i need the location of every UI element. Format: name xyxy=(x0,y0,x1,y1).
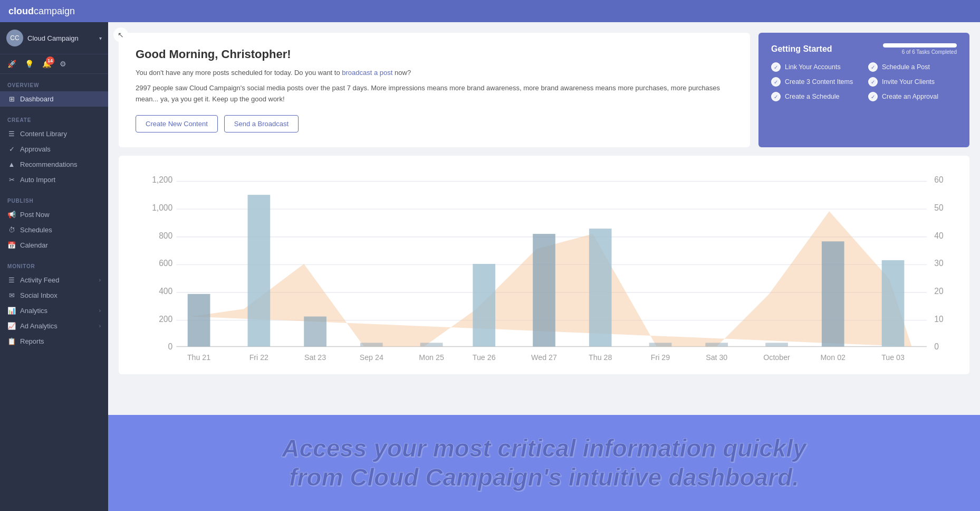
gs-task-label: Create a Schedule xyxy=(785,93,840,100)
svg-rect-33 xyxy=(882,260,905,347)
gs-title: Getting Started xyxy=(771,44,832,54)
welcome-subtext: 2997 people saw Cloud Campaign's social … xyxy=(136,83,733,105)
svg-text:30: 30 xyxy=(934,259,944,268)
sidebar-item-analytics[interactable]: 📊 Analytics › xyxy=(0,303,108,318)
top-row: Good Morning, Christopher! You don't hav… xyxy=(119,33,969,147)
section-title-overview: Overview xyxy=(0,80,108,91)
sidebar-item-auto-import[interactable]: ✂ Auto Import xyxy=(0,172,108,187)
sidebar-item-calendar[interactable]: 📅 Calendar xyxy=(0,238,108,253)
svg-text:1,200: 1,200 xyxy=(152,176,172,185)
svg-rect-29 xyxy=(649,343,672,347)
progress-label: 6 of 6 Tasks Completed xyxy=(902,49,957,55)
social-inbox-icon: ✉ xyxy=(7,291,16,299)
chevron-down-icon: ▾ xyxy=(99,35,102,41)
content-library-icon: ☰ xyxy=(7,130,16,138)
sidebar-item-recommendations[interactable]: ▲ Recommendations xyxy=(0,157,108,172)
gs-check-icon: ✓ xyxy=(868,62,878,72)
sidebar-profile[interactable]: CC Cloud Campaign ▾ xyxy=(0,22,108,54)
chart-card: 0 200 400 600 800 1,000 1,200 0 10 20 30… xyxy=(119,156,969,374)
app-layout: CC Cloud Campaign ▾ 🚀 💡 🔔 14 ⚙ Overview … xyxy=(0,22,980,511)
reports-icon: 📋 xyxy=(7,337,16,345)
svg-text:600: 600 xyxy=(159,259,172,268)
svg-text:Tue 26: Tue 26 xyxy=(473,353,496,362)
svg-text:Sep 24: Sep 24 xyxy=(360,353,383,362)
rocket-icon[interactable]: 🚀 xyxy=(7,60,16,68)
svg-text:20: 20 xyxy=(934,287,944,296)
create-new-content-button[interactable]: Create New Content xyxy=(136,115,218,133)
sidebar-section-monitor: Monitor ☰ Activity Feed › ✉ Social Inbox… xyxy=(0,255,108,351)
sidebar-item-label: Recommendations xyxy=(20,160,77,168)
profile-name: Cloud Campaign xyxy=(27,34,97,42)
bulb-icon[interactable]: 💡 xyxy=(25,60,34,68)
svg-rect-32 xyxy=(822,242,844,347)
sidebar-item-content-library[interactable]: ☰ Content Library xyxy=(0,126,108,141)
welcome-text-line1: You don't have any more posts scheduled … xyxy=(136,68,733,79)
ad-analytics-icon: 📈 xyxy=(7,322,16,330)
gs-task-create-approval: ✓ Create an Approval xyxy=(868,92,957,101)
sidebar-item-label: Analytics xyxy=(20,307,47,315)
post-now-icon: 📢 xyxy=(7,211,16,219)
gs-check-icon: ✓ xyxy=(868,77,878,87)
gs-check-icon: ✓ xyxy=(868,92,878,101)
sidebar: CC Cloud Campaign ▾ 🚀 💡 🔔 14 ⚙ Overview … xyxy=(0,22,108,511)
bell-icon[interactable]: 🔔 14 xyxy=(42,60,51,68)
svg-rect-30 xyxy=(705,343,728,347)
avatar: CC xyxy=(6,30,23,46)
back-button[interactable]: ↖ xyxy=(113,27,128,42)
svg-text:Sat 23: Sat 23 xyxy=(304,353,326,362)
sidebar-item-activity-feed[interactable]: ☰ Activity Feed › xyxy=(0,272,108,288)
section-title-monitor: Monitor xyxy=(0,261,108,272)
sidebar-item-label: Schedules xyxy=(20,226,52,234)
sidebar-item-social-inbox[interactable]: ✉ Social Inbox xyxy=(0,288,108,303)
gs-task-create-schedule: ✓ Create a Schedule xyxy=(771,92,860,101)
gs-task-label: Create an Approval xyxy=(882,93,938,100)
svg-text:10: 10 xyxy=(934,315,944,324)
svg-rect-26 xyxy=(473,264,495,346)
overlay-banner: Access your most critical information qu… xyxy=(108,415,980,511)
gs-task-invite-clients: ✓ Invite Your Clients xyxy=(868,77,957,87)
section-title-create: Create xyxy=(0,115,108,126)
gs-items: ✓ Link Your Accounts ✓ Schedule a Post ✓… xyxy=(771,62,957,101)
calendar-icon: 📅 xyxy=(7,241,16,249)
sidebar-item-dashboard[interactable]: ⊞ Dashboard xyxy=(0,91,108,107)
svg-text:200: 200 xyxy=(159,315,172,324)
sidebar-item-label: Calendar xyxy=(20,241,48,249)
svg-text:Mon 02: Mon 02 xyxy=(821,353,846,362)
sidebar-item-reports[interactable]: 📋 Reports xyxy=(0,334,108,349)
svg-text:Thu 21: Thu 21 xyxy=(187,353,210,362)
gs-progress-container: 6 of 6 Tasks Completed xyxy=(883,43,957,55)
svg-rect-23 xyxy=(304,317,326,347)
sidebar-section-create: Create ☰ Content Library ✓ Approvals ▲ R… xyxy=(0,109,108,190)
svg-rect-27 xyxy=(533,234,555,346)
sidebar-item-post-now[interactable]: 📢 Post Now xyxy=(0,207,108,222)
sidebar-item-schedules[interactable]: ⏱ Schedules xyxy=(0,222,108,238)
broadcast-link[interactable]: broadcast a post xyxy=(342,69,392,77)
sidebar-item-approvals[interactable]: ✓ Approvals xyxy=(0,141,108,157)
sidebar-item-ad-analytics[interactable]: 📈 Ad Analytics › xyxy=(0,318,108,334)
svg-text:50: 50 xyxy=(934,203,944,212)
sidebar-icons-row: 🚀 💡 🔔 14 ⚙ xyxy=(0,54,108,74)
svg-rect-31 xyxy=(765,343,788,347)
approvals-icon: ✓ xyxy=(7,145,16,153)
welcome-card: Good Morning, Christopher! You don't hav… xyxy=(119,33,750,147)
analytics-icon: 📊 xyxy=(7,307,16,315)
sidebar-item-label: Reports xyxy=(20,337,44,345)
svg-text:0: 0 xyxy=(934,343,939,352)
sidebar-item-label: Content Library xyxy=(20,130,67,138)
svg-text:400: 400 xyxy=(159,287,172,296)
gear-icon[interactable]: ⚙ xyxy=(60,60,66,68)
svg-text:Fri 22: Fri 22 xyxy=(249,353,268,362)
send-broadcast-button[interactable]: Send a Broadcast xyxy=(224,115,299,133)
svg-text:October: October xyxy=(763,353,790,362)
section-title-publish: Publish xyxy=(0,196,108,207)
content-area: Good Morning, Christopher! You don't hav… xyxy=(108,22,980,415)
svg-text:60: 60 xyxy=(934,176,944,185)
svg-text:1,000: 1,000 xyxy=(152,203,172,212)
activity-feed-icon: ☰ xyxy=(7,276,16,284)
gs-check-icon: ✓ xyxy=(771,92,781,101)
chevron-right-icon: › xyxy=(99,323,101,329)
svg-text:0: 0 xyxy=(168,343,173,352)
welcome-actions: Create New Content Send a Broadcast xyxy=(136,115,733,133)
chevron-right-icon: › xyxy=(99,308,101,314)
sidebar-section-publish: Publish 📢 Post Now ⏱ Schedules 📅 Calenda… xyxy=(0,190,108,255)
